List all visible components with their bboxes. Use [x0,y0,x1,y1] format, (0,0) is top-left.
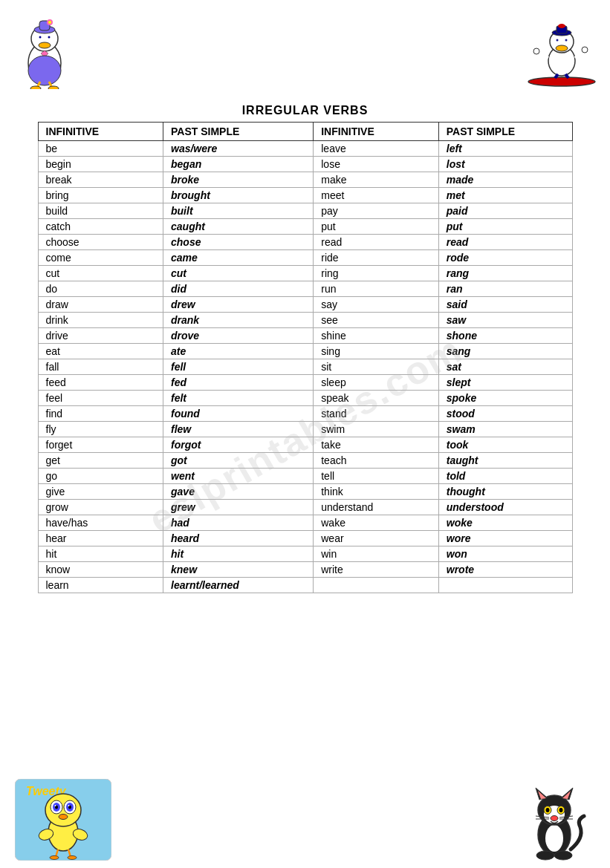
header-infinitive-2: INFINITIVE [314,123,439,141]
past-simple-cell: drew [163,297,314,313]
infinitive-cell: go [38,469,163,484]
past-simple-cell: drove [163,328,314,344]
svg-point-12 [28,56,61,85]
past-simple-cell: forgot [163,437,314,453]
infinitive-cell: think [314,484,439,500]
past-simple-cell: rode [438,250,572,266]
past-simple-cell: was/were [163,141,314,157]
past-simple-cell: spoke [438,391,572,406]
table-row: bewas/wereleaveleft [38,141,572,157]
table-row: cutcutringrang [38,266,572,281]
infinitive-cell: fall [38,359,163,375]
table-row: drinkdrankseesaw [38,313,572,328]
past-simple-cell: found [163,406,314,422]
past-simple-cell: came [163,250,314,266]
infinitive-cell: hear [38,531,163,546]
past-simple-cell: wore [438,531,572,546]
infinitive-cell: teach [314,453,439,469]
table-header-row: INFINITIVE PAST SIMPLE INFINITIVE PAST S… [38,123,572,141]
past-simple-cell: ran [438,281,572,297]
infinitive-cell: meet [314,188,439,203]
infinitive-cell: do [38,281,163,297]
svg-point-65 [551,816,558,821]
infinitive-cell: wear [314,531,439,546]
infinitive-cell: give [38,484,163,500]
table-row: knowknewwritewrote [38,562,572,578]
past-simple-cell: gave [163,484,314,500]
infinitive-cell: win [314,546,439,562]
past-simple-cell: understood [438,500,572,515]
top-left-decoration [7,7,82,89]
infinitive-cell: build [38,203,163,219]
table-row: dodidrunran [38,281,572,297]
infinitive-cell: find [38,406,163,422]
infinitive-cell: bring [38,188,163,203]
svg-point-64 [559,808,563,812]
header-past-simple-1: PAST SIMPLE [163,123,314,141]
past-simple-cell: stood [438,406,572,422]
table-row: beginbeganloselost [38,157,572,172]
table-row: hearheardwearwore [38,531,572,546]
svg-point-70 [536,851,554,860]
infinitive-cell: speak [314,391,439,406]
infinitive-cell: make [314,172,439,188]
table-row: eatatesingsang [38,344,572,359]
infinitive-cell: hit [38,546,163,562]
past-simple-cell: drank [163,313,314,328]
svg-point-30 [533,48,539,54]
infinitive-cell: sit [314,359,439,375]
header-infinitive-1: INFINITIVE [38,123,163,141]
past-simple-cell: cut [163,266,314,281]
past-simple-cell: took [438,437,572,453]
infinitive-cell: leave [314,141,439,157]
table-row: growgrewunderstandunderstood [38,500,572,515]
past-simple-cell: learnt/learned [163,578,314,593]
infinitive-cell: fly [38,422,163,437]
infinitive-cell: ride [314,250,439,266]
top-right-decoration [521,7,603,89]
past-simple-cell: thought [438,484,572,500]
infinitive-cell: cut [38,266,163,281]
past-simple-cell: read [438,235,572,250]
past-simple-cell: woke [438,515,572,531]
past-simple-cell: said [438,297,572,313]
infinitive-cell: stand [314,406,439,422]
svg-point-5 [48,21,51,24]
svg-point-51 [50,856,59,860]
past-simple-cell: paid [438,203,572,219]
svg-point-26 [565,39,568,42]
bottom-left-decoration: Tweety [15,779,111,861]
infinitive-cell: put [314,219,439,235]
past-simple-cell: rang [438,266,572,281]
svg-point-17 [528,77,595,86]
past-simple-cell: built [163,203,314,219]
past-simple-cell: shone [438,328,572,344]
past-simple-cell [438,578,572,593]
svg-point-7 [39,36,42,39]
infinitive-cell: be [38,141,163,157]
infinitive-cell: understand [314,500,439,515]
svg-point-46 [59,815,68,820]
past-simple-cell: broke [163,172,314,188]
infinitive-cell: eat [38,344,163,359]
table-row: learnlearnt/learned [38,578,572,593]
table-row: feedfedsleepslept [38,375,572,391]
past-simple-cell: sat [438,359,572,375]
svg-point-22 [558,24,565,28]
table-row: drivedroveshineshone [38,328,572,344]
past-simple-cell: ate [163,344,314,359]
infinitive-cell: sing [314,344,439,359]
svg-point-37 [45,794,81,826]
past-simple-cell: told [438,469,572,484]
svg-point-24 [557,39,559,42]
svg-point-45 [68,805,70,806]
infinitive-cell: run [314,281,439,297]
past-simple-cell: went [163,469,314,484]
bottom-right-decoration [513,779,595,861]
table-row: givegavethinkthought [38,484,572,500]
infinitive-cell [314,578,439,593]
infinitive-cell: say [314,297,439,313]
infinitive-cell: have/has [38,515,163,531]
past-simple-cell: brought [163,188,314,203]
past-simple-cell: felt [163,391,314,406]
